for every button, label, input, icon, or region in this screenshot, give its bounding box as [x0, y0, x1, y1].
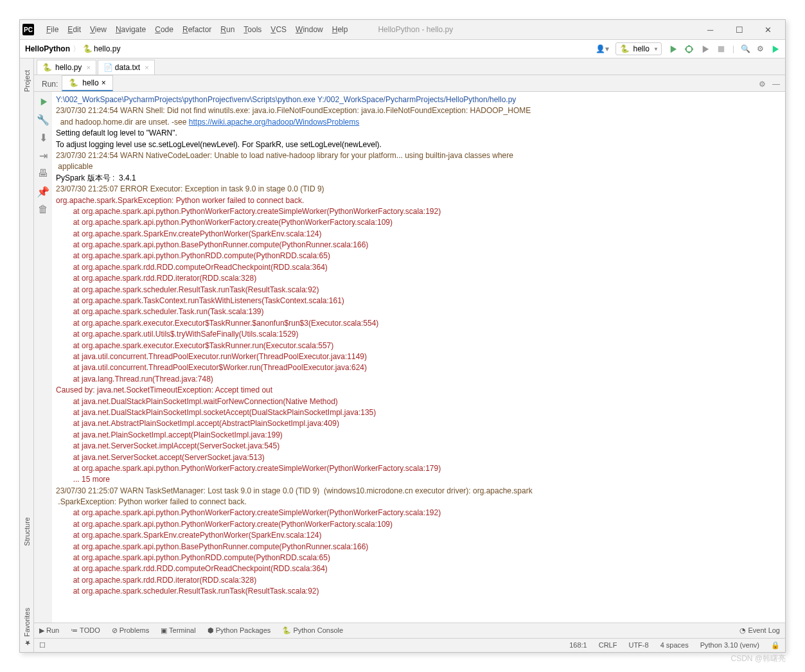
python-file-icon: 🐍: [83, 44, 92, 53]
console-line: at org.apache.spark.util.Utils$.tryWithS…: [56, 329, 781, 340]
console-line: Y:\002_WorkSpace\PycharmProjects\pythonP…: [56, 94, 781, 105]
editor-tabs: 🐍 hello.py × 📄 data.txt ×: [34, 58, 785, 75]
run-tool-button[interactable]: ▶ Run: [39, 626, 59, 635]
menu-window[interactable]: Window: [291, 22, 328, 37]
menu-code[interactable]: Code: [150, 22, 178, 37]
console-line: org.apache.spark.SparkException: Python …: [56, 195, 781, 206]
debug-icon[interactable]: [684, 44, 694, 54]
console-line: 23/07/30 21:25:07 ERROR Executor: Except…: [56, 184, 781, 195]
console-line: at org.apache.spark.api.python.PythonWor…: [56, 508, 781, 518]
console-line: at org.apache.spark.api.python.PythonWor…: [56, 519, 781, 530]
close-tab-icon[interactable]: ×: [102, 78, 106, 87]
console-line: PySpark 版本号 : 3.4.1: [56, 173, 781, 184]
play-icon[interactable]: [668, 44, 678, 54]
editor-tab-label: data.txt: [115, 63, 140, 72]
caret-position[interactable]: 168:1: [569, 641, 587, 650]
editor-tab-data[interactable]: 📄 data.txt ×: [98, 60, 155, 75]
pycharm-ai-icon[interactable]: [770, 44, 780, 54]
console-line: at java.net.AbstractPlainSocketImpl.acce…: [56, 418, 781, 429]
menu-run[interactable]: Run: [216, 22, 239, 37]
settings-icon[interactable]: ⚙: [759, 80, 766, 89]
editor-tab-hello[interactable]: 🐍 hello.py ×: [37, 60, 96, 75]
favorites-tool-tab[interactable]: ★ Favorites: [22, 603, 31, 652]
terminal-tool-button[interactable]: ▣ Terminal: [161, 626, 195, 635]
maximize-button[interactable]: ☐: [725, 20, 754, 39]
trash-icon[interactable]: 🗑: [37, 204, 49, 215]
console-line: applicable: [56, 161, 781, 172]
file-encoding[interactable]: UTF-8: [628, 641, 648, 650]
console-line: at org.apache.spark.rdd.RDD.computeOrRea…: [56, 563, 781, 574]
indent-info[interactable]: 4 spaces: [660, 641, 689, 650]
editor-tab-label: hello.py: [55, 63, 82, 72]
print-icon[interactable]: 🖶: [37, 168, 49, 179]
console-line: at org.apache.spark.scheduler.Task.run(T…: [56, 306, 781, 317]
console-line: at org.apache.spark.scheduler.ResultTask…: [56, 285, 781, 296]
menu-vcs[interactable]: VCS: [266, 22, 291, 37]
run-tool-label: Run:: [38, 77, 62, 91]
console-line: at org.apache.spark.SparkEnv.createPytho…: [56, 530, 781, 541]
structure-tool-tab[interactable]: Structure: [23, 512, 31, 551]
console-output[interactable]: Y:\002_WorkSpace\PycharmProjects\pythonP…: [52, 92, 785, 623]
console-line: at org.apache.spark.SparkEnv.createPytho…: [56, 229, 781, 240]
menu-refactor[interactable]: Refactor: [178, 22, 216, 37]
python-console-tool-button[interactable]: 🐍 Python Console: [282, 626, 343, 635]
svg-rect-1: [718, 46, 724, 51]
search-icon[interactable]: 🔍: [741, 44, 750, 53]
left-tool-strip: Project Structure ★ Favorites: [20, 58, 34, 652]
toggle-soft-wrap-icon[interactable]: ⇥: [37, 150, 49, 161]
interpreter-info[interactable]: Python 3.10 (venv): [700, 641, 759, 650]
svg-point-0: [686, 46, 692, 51]
menu-navigate[interactable]: Navigate: [111, 22, 150, 37]
python-packages-tool-button[interactable]: ⬢ Python Packages: [208, 626, 271, 635]
run-tool-header: Run: 🐍 hello × ⚙ —: [34, 75, 785, 92]
console-line: at org.apache.spark.api.python.BasePytho…: [56, 542, 781, 553]
problems-tool-button[interactable]: ⊘ Problems: [112, 626, 150, 635]
rerun-icon[interactable]: [37, 96, 49, 107]
run-session-tab[interactable]: 🐍 hello ×: [62, 75, 112, 91]
close-tab-icon[interactable]: ×: [145, 64, 148, 71]
run-config-selector[interactable]: 🐍 hello: [615, 42, 662, 55]
console-line: at org.apache.spark.api.python.PythonRDD…: [56, 251, 781, 261]
menu-view[interactable]: View: [85, 22, 111, 37]
console-line: 23/07/30 21:24:54 WARN NativeCodeLoader:…: [56, 150, 781, 161]
breadcrumb-project[interactable]: HelloPython: [25, 44, 70, 53]
console-line: at org.apache.spark.rdd.RDD.iterator(RDD…: [56, 273, 781, 284]
navigation-bar: HelloPython 〉 🐍 hello.py 👤▾ 🐍 hello | 🔍 …: [20, 39, 785, 58]
console-link[interactable]: https://wiki.apache.org/hadoop/WindowsPr…: [189, 118, 359, 127]
console-line: at java.net.PlainSocketImpl.accept(Plain…: [56, 430, 781, 441]
menu-file[interactable]: File: [42, 22, 63, 37]
user-icon[interactable]: 👤▾: [596, 44, 609, 53]
console-line: 23/07/30 21:25:07 WARN TaskSetManager: L…: [56, 486, 781, 497]
menu-help[interactable]: Help: [328, 22, 353, 37]
menu-tools[interactable]: Tools: [239, 22, 266, 37]
settings-icon[interactable]: ⚙: [757, 44, 764, 53]
project-tool-tab[interactable]: Project: [23, 65, 31, 97]
close-button[interactable]: ✕: [754, 20, 783, 39]
console-line: at java.net.ServerSocket.implAccept(Serv…: [56, 441, 781, 452]
stop-icon[interactable]: [716, 44, 726, 54]
lock-icon[interactable]: 🔒: [771, 641, 780, 650]
python-file-icon: 🐍: [620, 44, 629, 53]
console-line: at org.apache.spark.api.python.PythonWor…: [56, 217, 781, 228]
minimize-button[interactable]: ─: [696, 20, 725, 39]
line-separator[interactable]: CRLF: [599, 641, 617, 650]
todo-tool-button[interactable]: ≔ TODO: [71, 626, 100, 635]
console-line: .SparkException: Python worker failed to…: [56, 497, 781, 508]
event-log-button[interactable]: ◔ Event Log: [739, 626, 780, 635]
python-file-icon: 🐍: [42, 63, 51, 72]
pin-icon[interactable]: 📌: [37, 186, 49, 197]
console-line: ... 15 more: [56, 474, 781, 485]
breadcrumb-file[interactable]: hello.py: [94, 44, 120, 53]
status-icon[interactable]: ☐: [39, 641, 46, 650]
menu-edit[interactable]: Edit: [63, 22, 85, 37]
scroll-down-icon[interactable]: ⬇: [37, 132, 49, 143]
close-tab-icon[interactable]: ×: [86, 64, 90, 71]
wrench-icon[interactable]: 🔧: [37, 114, 49, 125]
console-line: Caused by: java.net.SocketTimeoutExcepti…: [56, 385, 781, 396]
run-coverage-icon[interactable]: [700, 44, 710, 54]
python-file-icon: 🐍: [69, 78, 78, 87]
console-line: at java.util.concurrent.ThreadPoolExecut…: [56, 362, 781, 373]
console-line: at org.apache.spark.rdd.RDD.iterator(RDD…: [56, 575, 781, 586]
hide-tool-icon[interactable]: —: [772, 80, 780, 89]
bottom-tool-strip: ▶ Run ≔ TODO ⊘ Problems ▣ Terminal ⬢ Pyt…: [34, 623, 785, 638]
